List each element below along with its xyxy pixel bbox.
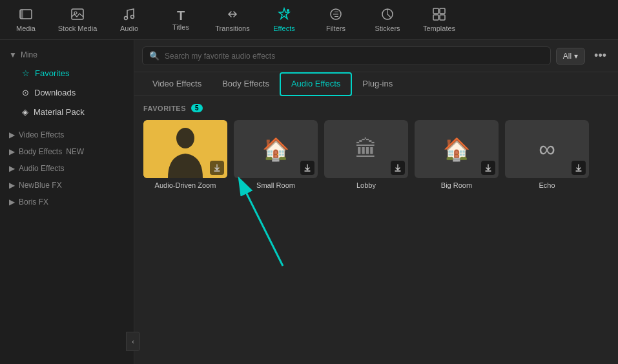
- chevron-down-icon-filter: ▾: [574, 52, 578, 61]
- chevron-right-icon-body: ▶: [9, 147, 15, 156]
- top-nav: Media Stock Media Audio T Titles: [0, 0, 618, 40]
- download-btn-lobby[interactable]: [391, 161, 405, 175]
- favorites-section: FAVORITES 5: [134, 96, 618, 364]
- filter-dropdown[interactable]: All ▾: [556, 48, 585, 65]
- effect-thumb-lobby: 🏛: [324, 120, 408, 178]
- effect-card-big-room[interactable]: 🏠 Big Room: [415, 120, 499, 189]
- svg-rect-12: [440, 15, 445, 20]
- titles-icon: T: [177, 9, 185, 22]
- tab-body-effects[interactable]: Body Effects: [212, 72, 280, 96]
- svg-point-14: [176, 128, 194, 148]
- nav-label-stickers: Stickers: [375, 25, 400, 32]
- sidebar-label-body-effects: Body Effects: [19, 147, 62, 156]
- svg-point-3: [74, 12, 77, 14]
- columns-icon: 🏛: [355, 137, 377, 162]
- sidebar-body-effects-header[interactable]: ▶ Body Effects NEW: [0, 143, 134, 160]
- tab-audio-effects[interactable]: Audio Effects: [280, 72, 352, 96]
- download-btn-big-room[interactable]: [481, 161, 495, 175]
- new-badge: NEW: [66, 147, 84, 156]
- chevron-down-icon: ▼: [9, 50, 17, 59]
- download-btn-echo[interactable]: [572, 161, 586, 175]
- effect-grid: Audio-Driven Zoom 🏠 Small Room: [143, 120, 609, 189]
- sidebar-boris-fx-header[interactable]: ▶ Boris FX: [0, 194, 134, 210]
- stickers-icon: [380, 7, 395, 23]
- tab-plug-ins[interactable]: Plug-ins: [352, 72, 403, 96]
- effect-name-echo: Echo: [505, 181, 589, 189]
- svg-rect-2: [72, 9, 83, 19]
- sidebar-label-favorites: Favorites: [35, 68, 69, 78]
- download-icon: ⊙: [22, 88, 29, 97]
- chevron-right-icon: ▶: [9, 130, 15, 139]
- nav-item-filters[interactable]: Filters: [310, 3, 362, 37]
- star-icon: ☆: [22, 68, 30, 78]
- nav-item-transitions[interactable]: Transitions: [207, 3, 258, 37]
- nav-item-media[interactable]: Media: [0, 3, 52, 37]
- chevron-right-icon-newblue: ▶: [9, 181, 15, 190]
- nav-item-stock-media[interactable]: Stock Media: [52, 3, 103, 37]
- sidebar-label-downloads: Downloads: [34, 88, 76, 97]
- search-input[interactable]: [165, 52, 544, 61]
- svg-point-4: [125, 17, 128, 20]
- effect-name-lobby: Lobby: [324, 181, 408, 189]
- effect-thumb-big-room: 🏠: [415, 120, 499, 178]
- svg-point-5: [131, 15, 134, 19]
- svg-rect-11: [433, 15, 438, 20]
- sidebar-audio-effects-header[interactable]: ▶ Audio Effects: [0, 160, 134, 177]
- effect-thumb-small-room: 🏠: [234, 120, 318, 178]
- nav-item-templates[interactable]: Templates: [413, 3, 465, 37]
- svg-rect-1: [20, 10, 23, 19]
- nav-item-titles[interactable]: T Titles: [155, 3, 207, 37]
- nav-label-media: Media: [16, 25, 36, 32]
- main-area: ▼ Mine ☆ Favorites ⊙ Downloads ◈ Materia…: [0, 40, 618, 364]
- sidebar-item-favorites[interactable]: ☆ Favorites: [4, 64, 130, 83]
- more-options-button[interactable]: •••: [590, 46, 610, 65]
- nav-label-stock-media: Stock Media: [58, 25, 98, 32]
- effect-card-small-room[interactable]: 🏠 Small Room: [234, 120, 318, 189]
- nav-item-audio[interactable]: Audio: [103, 3, 155, 37]
- sidebar-mine-header[interactable]: ▼ Mine: [0, 46, 134, 63]
- sidebar: ▼ Mine ☆ Favorites ⊙ Downloads ◈ Materia…: [0, 40, 134, 364]
- house2-icon: 🏠: [443, 136, 470, 162]
- filter-label: All: [563, 52, 572, 61]
- nav-item-stickers[interactable]: Stickers: [362, 3, 413, 37]
- effect-card-echo[interactable]: ∞ Echo: [505, 120, 589, 189]
- chevron-right-icon-boris: ▶: [9, 197, 15, 207]
- effect-thumb-echo: ∞: [505, 120, 589, 178]
- effect-name-big-room: Big Room: [415, 181, 499, 189]
- nav-item-effects[interactable]: Effects: [258, 3, 310, 37]
- search-input-wrap[interactable]: 🔍: [142, 46, 551, 65]
- tab-video-effects[interactable]: Video Effects: [142, 72, 212, 96]
- svg-rect-10: [440, 8, 445, 14]
- effect-card-audio-driven-zoom[interactable]: Audio-Driven Zoom: [143, 120, 227, 189]
- effect-name-small-room: Small Room: [234, 181, 318, 189]
- search-bar: 🔍 All ▾ •••: [134, 40, 618, 72]
- audio-icon: [122, 7, 136, 23]
- nav-label-audio: Audio: [120, 25, 138, 32]
- effect-name-audio-driven-zoom: Audio-Driven Zoom: [143, 181, 227, 189]
- favorites-title: FAVORITES: [143, 105, 186, 112]
- effect-card-lobby[interactable]: 🏛 Lobby: [324, 120, 408, 189]
- download-btn-small-room[interactable]: [300, 161, 314, 175]
- infinity-icon: ∞: [539, 136, 555, 163]
- filters-icon: [329, 7, 343, 23]
- sidebar-label-boris-fx: Boris FX: [19, 197, 48, 207]
- transitions-icon: [225, 7, 240, 23]
- download-btn-audio-driven-zoom[interactable]: [210, 161, 224, 175]
- section-title: FAVORITES 5: [143, 104, 609, 112]
- search-icon: 🔍: [149, 51, 160, 61]
- nav-label-titles: Titles: [172, 23, 189, 31]
- sidebar-label-material-pack: Material Pack: [34, 107, 85, 117]
- sidebar-video-effects-header[interactable]: ▶ Video Effects: [0, 126, 134, 143]
- material-pack-icon: ◈: [22, 107, 28, 117]
- nav-label-templates: Templates: [423, 25, 455, 32]
- sidebar-item-material-pack[interactable]: ◈ Material Pack: [4, 103, 130, 121]
- sidebar-newblue-fx-header[interactable]: ▶ NewBlue FX: [0, 177, 134, 194]
- sidebar-collapse-button[interactable]: ‹: [126, 332, 140, 351]
- sidebar-item-downloads[interactable]: ⊙ Downloads: [4, 83, 130, 102]
- effect-thumb-audio-driven-zoom: [143, 120, 227, 178]
- nav-label-transitions: Transitions: [215, 25, 249, 32]
- tabs: Video Effects Body Effects Audio Effects…: [134, 72, 618, 96]
- media-icon: [19, 7, 33, 23]
- content-panel: 🔍 All ▾ ••• Video Effects Body Effects A…: [134, 40, 618, 364]
- stock-media-icon: [70, 7, 85, 23]
